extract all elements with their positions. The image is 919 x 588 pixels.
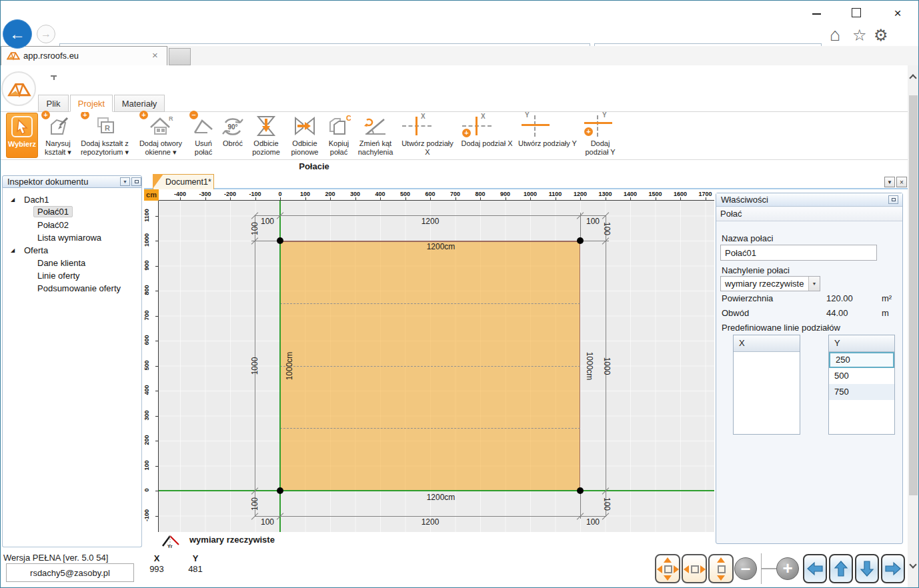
document-tabs-dropdown-button[interactable]: ▼ xyxy=(884,177,895,187)
y-division-row[interactable]: 750 xyxy=(829,384,894,400)
forward-button[interactable]: → xyxy=(37,25,55,43)
tree-item-oferta[interactable]: Oferta xyxy=(24,245,48,255)
vertex-dot[interactable] xyxy=(277,487,283,494)
window-maximize-button[interactable] xyxy=(848,6,865,21)
tree-item-dach1[interactable]: Dach1 xyxy=(24,195,49,205)
ruler-tick-label: 1200 xyxy=(567,191,594,197)
zoom-fit-all-button[interactable] xyxy=(655,554,680,583)
ribbon-button-add-window-openings[interactable]: R + Dodaj otwory okienne ▾ xyxy=(134,113,187,158)
tree-expander-icon[interactable]: ◢ xyxy=(11,197,15,203)
ribbon-button-rotate[interactable]: 90° Obróć xyxy=(219,113,246,158)
axis-x-green xyxy=(159,490,714,491)
ruler-tick-label: 1400 xyxy=(617,191,644,197)
coord-y-value: 481 xyxy=(182,564,209,574)
window-minimize-button[interactable] xyxy=(808,6,825,21)
window-close-button[interactable]: × xyxy=(889,6,906,21)
pan-down-button[interactable] xyxy=(855,554,879,583)
perimeter-value: 44.00 xyxy=(826,308,848,318)
delete-roof-icon: – xyxy=(189,113,218,139)
properties-minimize-button[interactable] xyxy=(888,195,898,204)
favorites-star-icon[interactable]: ☆ xyxy=(852,26,867,45)
ruler-tick-label: 600 xyxy=(417,191,443,197)
ribbon-button-change-slope-angle[interactable]: Zmień kąt nachylenia xyxy=(354,113,397,158)
zoom-fit-width-button[interactable] xyxy=(682,554,707,583)
slope-label: Nachylenie połaci xyxy=(722,265,790,275)
zoom-fit-height-button[interactable] xyxy=(708,554,734,583)
combobox-dropdown-icon[interactable]: ▼ xyxy=(808,277,820,291)
back-button[interactable]: ← xyxy=(3,19,32,49)
pan-up-button[interactable] xyxy=(829,554,853,583)
ribbon-tab-projekt[interactable]: Projekt xyxy=(70,95,113,112)
ribbon-button-add-shape-from-repository[interactable]: R + Dodaj kształt z repozytorium ▾ xyxy=(77,113,133,158)
app-logo[interactable] xyxy=(1,71,36,106)
back-arrow-icon: ← xyxy=(9,25,25,43)
y-division-row[interactable]: 250 xyxy=(829,352,894,368)
divisions-x-listbox[interactable]: X xyxy=(733,335,800,435)
ribbon-button-draw-shape[interactable]: + Narysuj kształt ▾ xyxy=(41,113,75,158)
ribbon-button-create-divisions-y[interactable]: Y Utwórz podziały Y xyxy=(517,113,578,158)
tree-item-dane-klienta[interactable]: Dane klienta xyxy=(37,258,85,268)
settings-gear-icon[interactable]: ⚙ xyxy=(874,26,888,45)
coord-x-value: 993 xyxy=(143,564,170,574)
pan-left-button[interactable] xyxy=(803,554,827,583)
ribbon-button-copy-roof-face[interactable]: C Kopiuj połać xyxy=(325,113,353,158)
tree-item-po-a-01[interactable]: Połać01 xyxy=(33,206,73,217)
tree-item-podsumowanie-oferty[interactable]: Podsumowanie oferty xyxy=(37,283,121,293)
inspector-tree: ◢Dach1Połać01Połać02Lista wymiarowa◢Ofer… xyxy=(2,188,142,547)
document-tab[interactable]: Document1* xyxy=(153,174,214,189)
add-division-y-icon: Y + xyxy=(580,113,621,139)
ribbon-button-flip-vertical[interactable]: Odbicie pionowe xyxy=(286,113,323,158)
drawing-viewport[interactable]: cm -400-300-200-100010020030040050060070… xyxy=(144,189,714,532)
zoom-out-button[interactable]: – xyxy=(734,557,757,580)
scroll-down-icon[interactable] xyxy=(909,561,916,568)
document-tab-close-button[interactable]: × xyxy=(896,177,907,187)
ribbon-button-flip-horizontal[interactable]: Odbicie poziome xyxy=(247,113,285,158)
vertex-dot[interactable] xyxy=(577,237,584,244)
ribbon-button-add-division-x[interactable]: X + Dodaj podział X xyxy=(458,113,516,158)
home-icon[interactable]: ⌂ xyxy=(830,25,840,45)
ribbon-tab-materialy[interactable]: Materiały xyxy=(114,95,165,112)
ribbon-tab-plik[interactable]: Plik xyxy=(38,95,69,112)
ruler-tick-label: 1600 xyxy=(667,191,694,197)
vertex-dot[interactable] xyxy=(577,487,584,494)
tab-close-icon[interactable]: × xyxy=(152,49,158,61)
properties-panel-header[interactable]: Właściwości xyxy=(716,193,902,207)
ruler-tick-label: 1700 xyxy=(692,191,715,197)
scrollbar-thumb[interactable] xyxy=(909,95,918,495)
scroll-up-icon[interactable] xyxy=(909,74,916,81)
zoom-in-button[interactable]: + xyxy=(776,557,799,580)
browser-tab[interactable]: app.rsroofs.eu × xyxy=(1,46,167,65)
vertex-dot[interactable] xyxy=(277,237,283,244)
tab-favicon-icon xyxy=(7,51,20,61)
page-scrollbar[interactable] xyxy=(908,65,919,588)
ruler-tick-label: 400 xyxy=(144,380,150,400)
ribbon-button-create-divisions-x[interactable]: X Utwórz podziały X xyxy=(398,113,457,158)
slope-combobox[interactable]: wymiary rzeczywiste ▼ xyxy=(720,276,820,291)
tree-item-po-a-02[interactable]: Połać02 xyxy=(37,220,69,230)
plus-badge-icon: + xyxy=(139,111,148,119)
divisions-y-listbox[interactable]: Y 250500750 xyxy=(828,335,895,435)
new-tab-button[interactable] xyxy=(169,48,191,65)
ribbon-button-select[interactable]: Wybierz xyxy=(6,113,38,158)
inspector-panel-header[interactable]: Inspektor dokumentu ▼ xyxy=(2,175,142,188)
svg-text:R: R xyxy=(105,124,110,132)
ruler-tick-label: 1100 xyxy=(542,191,569,197)
y-division-row[interactable]: 500 xyxy=(829,368,894,384)
drawing-canvas[interactable]: 100 1200 100 100 1200 100 100 1000 100 1… xyxy=(159,201,714,532)
division-line-y xyxy=(280,303,580,304)
pan-right-button[interactable] xyxy=(881,554,905,583)
svg-text:R: R xyxy=(169,115,173,122)
ribbon-button-delete-roof-face[interactable]: – Usuń połać xyxy=(189,113,218,158)
inspector-minimize-button[interactable] xyxy=(131,177,141,186)
fit-height-icon xyxy=(718,565,726,573)
tree-item-lista-wymiarowa[interactable]: Lista wymiarowa xyxy=(37,233,101,243)
flip-horizontal-icon xyxy=(247,113,285,139)
ribbon-button-add-division-y[interactable]: Y + Dodaj podział Y xyxy=(580,113,621,158)
properties-section-header: Połać xyxy=(716,207,902,221)
tree-expander-icon[interactable]: ◢ xyxy=(11,247,15,253)
tree-item-linie-oferty[interactable]: Linie oferty xyxy=(37,271,80,281)
coord-y-label: Y xyxy=(182,553,209,563)
edge-label-right: 1000cm xyxy=(585,349,594,383)
inspector-dropdown-button[interactable]: ▼ xyxy=(120,177,130,186)
roof-name-input[interactable] xyxy=(720,245,877,261)
